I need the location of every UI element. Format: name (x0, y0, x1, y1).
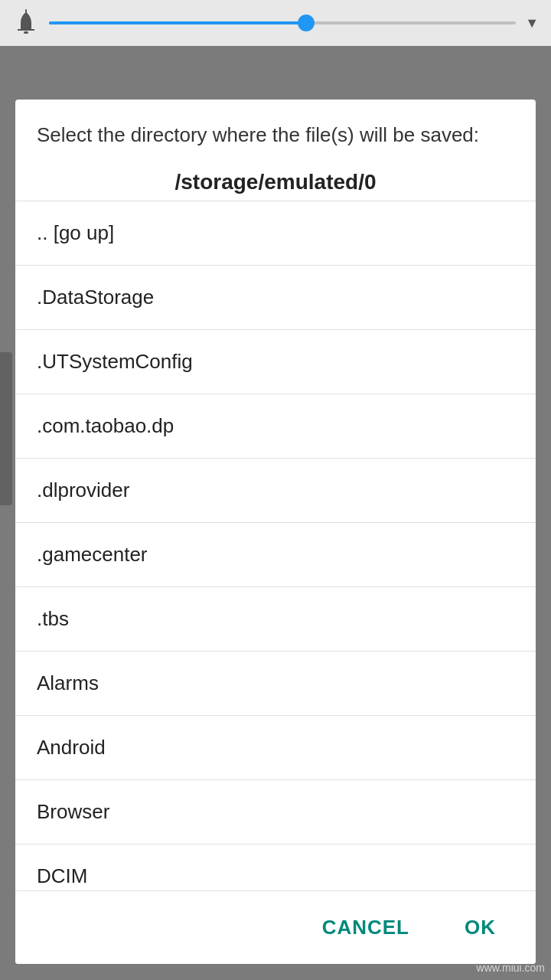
folder-item-browser[interactable]: Browser (15, 780, 536, 844)
svg-rect-0 (24, 31, 28, 34)
folder-item-alarms[interactable]: Alarms (15, 652, 536, 716)
dialog-overlay: Select the directory where the file(s) w… (0, 46, 551, 980)
folder-item-ut-system-config[interactable]: .UTSystemConfig (15, 330, 536, 394)
folder-item-com-taobao[interactable]: .com.taobao.dp (15, 394, 536, 459)
folder-item-go-up[interactable]: .. [go up] (15, 201, 536, 266)
folder-item-data-storage[interactable]: .DataStorage (15, 266, 536, 330)
folder-item-gamecenter[interactable]: .gamecenter (15, 523, 536, 587)
ok-button[interactable]: OK (443, 905, 517, 950)
folder-item-dcim[interactable]: DCIM (15, 844, 536, 890)
current-path: /storage/emulated/0 (15, 161, 536, 201)
folder-item-android[interactable]: Android (15, 716, 536, 780)
brightness-slider[interactable] (49, 9, 516, 37)
status-bar: ▼ (0, 0, 551, 46)
dialog-instruction: Select the directory where the file(s) w… (37, 121, 514, 149)
cancel-button[interactable]: CANCEL (301, 905, 431, 950)
directory-picker-dialog: Select the directory where the file(s) w… (15, 100, 536, 964)
folder-list[interactable]: .. [go up].DataStorage.UTSystemConfig.co… (15, 201, 536, 890)
dropdown-arrow-icon[interactable]: ▼ (525, 15, 539, 31)
folder-item-dlprovider[interactable]: .dlprovider (15, 459, 536, 523)
bell-icon (12, 9, 40, 37)
miui-watermark: MIUIwww.miui.com (477, 949, 545, 974)
left-edge-indicator (0, 352, 12, 505)
folder-item-tbs[interactable]: .tbs (15, 587, 536, 652)
dialog-actions: CANCEL OK (15, 890, 536, 964)
dialog-header: Select the directory where the file(s) w… (15, 100, 536, 161)
